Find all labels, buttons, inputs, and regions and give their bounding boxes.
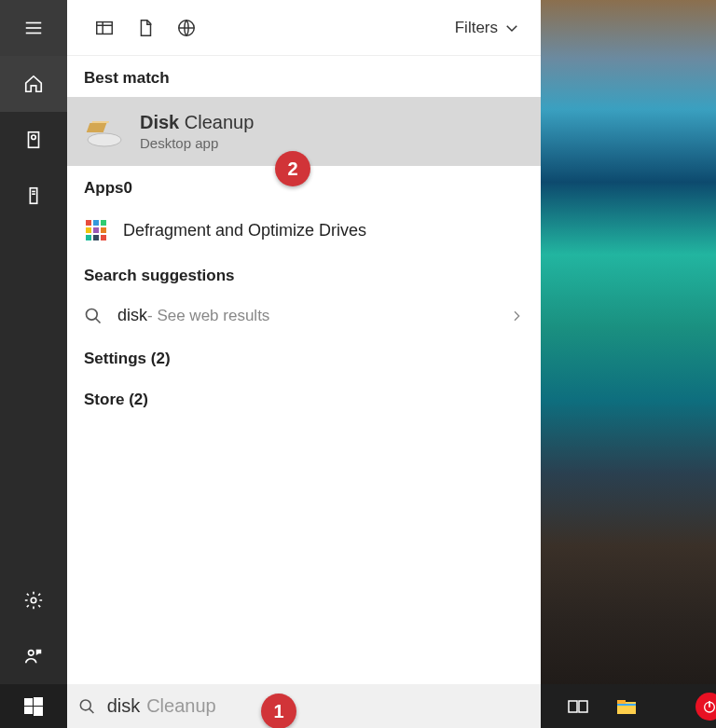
file-explorer-button[interactable]: [615, 695, 638, 718]
search-input[interactable]: [107, 695, 530, 717]
annotation-1: 1: [261, 694, 296, 728]
notebook-button[interactable]: [0, 112, 67, 168]
hamburger-icon: [23, 18, 44, 38]
svg-point-8: [31, 598, 36, 603]
web-sub: - See web results: [147, 307, 269, 325]
home-button[interactable]: [0, 56, 67, 112]
svg-rect-16: [87, 123, 107, 132]
remote-icon: [23, 185, 44, 206]
svg-rect-31: [24, 707, 33, 714]
globe-icon: [176, 18, 197, 38]
svg-rect-22: [93, 227, 99, 233]
defragment-label: Defragment and Optimize Drives: [123, 221, 366, 240]
section-suggestions: Search suggestions: [67, 254, 541, 295]
svg-rect-36: [579, 701, 587, 712]
notebook-icon: [23, 130, 44, 150]
svg-rect-20: [101, 220, 106, 226]
power-button[interactable]: [695, 693, 716, 721]
document-icon: [135, 18, 156, 38]
menu-button[interactable]: [0, 0, 67, 56]
gear-icon: [23, 590, 44, 611]
svg-rect-23: [101, 227, 106, 233]
section-store[interactable]: Store (2): [67, 378, 541, 419]
start-button[interactable]: [0, 684, 67, 728]
filter-web-button[interactable]: [166, 0, 207, 56]
search-results-panel: Filters Best match Disk Cleanup Desktop …: [67, 0, 541, 684]
disk-cleanup-icon: [84, 114, 125, 149]
search-icon: [78, 697, 96, 716]
svg-rect-26: [101, 235, 106, 240]
svg-rect-35: [569, 701, 577, 712]
section-best-match: Best match: [67, 56, 541, 97]
svg-rect-21: [86, 227, 91, 233]
settings-button[interactable]: [0, 572, 67, 628]
match-bold: Disk: [140, 112, 179, 132]
desktop-wallpaper: [541, 0, 716, 728]
svg-rect-39: [617, 704, 636, 706]
svg-point-4: [32, 135, 36, 140]
svg-rect-17: [91, 121, 109, 123]
filter-apps-button[interactable]: [84, 0, 125, 56]
person-chat-icon: [23, 646, 44, 666]
feedback-button[interactable]: [0, 628, 67, 684]
chevron-down-icon: [503, 20, 520, 36]
home-icon: [23, 74, 44, 94]
search-left-rail: [0, 0, 67, 684]
svg-rect-30: [34, 697, 43, 706]
chevron-right-icon: [509, 309, 524, 323]
svg-point-9: [29, 651, 34, 656]
defragment-icon: [84, 218, 108, 242]
svg-point-27: [87, 309, 98, 320]
apps-icon: [94, 18, 115, 38]
web-term: disk: [117, 306, 147, 325]
windows-icon: [24, 697, 43, 716]
annotation-2: 2: [275, 151, 310, 186]
svg-rect-29: [24, 698, 33, 706]
filter-documents-button[interactable]: [125, 0, 166, 56]
task-view-button[interactable]: [567, 695, 589, 718]
svg-rect-32: [34, 707, 43, 716]
result-web-disk[interactable]: disk - See web results: [67, 295, 541, 337]
power-icon: [702, 699, 716, 714]
svg-rect-19: [93, 220, 99, 226]
svg-line-28: [96, 318, 101, 323]
result-text: Disk Cleanup Desktop app: [140, 112, 254, 151]
svg-rect-18: [86, 220, 91, 226]
svg-rect-10: [97, 21, 113, 34]
section-settings[interactable]: Settings (2): [67, 337, 541, 378]
devices-button[interactable]: [0, 168, 67, 224]
result-defragment[interactable]: Defragment and Optimize Drives: [67, 207, 541, 254]
svg-rect-25: [93, 235, 99, 240]
taskbar: disk Cleanup: [0, 684, 716, 728]
svg-rect-5: [30, 188, 36, 204]
filters-dropdown[interactable]: Filters: [451, 13, 524, 43]
svg-point-33: [80, 699, 90, 709]
svg-line-34: [90, 708, 94, 713]
svg-rect-24: [86, 235, 91, 240]
taskbar-right: [541, 695, 716, 718]
search-icon: [84, 307, 103, 325]
filter-bar: Filters: [67, 0, 541, 56]
filters-label: Filters: [455, 19, 498, 37]
svg-point-15: [88, 133, 121, 146]
svg-rect-38: [617, 700, 626, 704]
match-subtitle: Desktop app: [140, 135, 254, 151]
taskbar-search-box[interactable]: disk Cleanup: [67, 684, 541, 728]
match-rest: Cleanup: [179, 112, 254, 132]
